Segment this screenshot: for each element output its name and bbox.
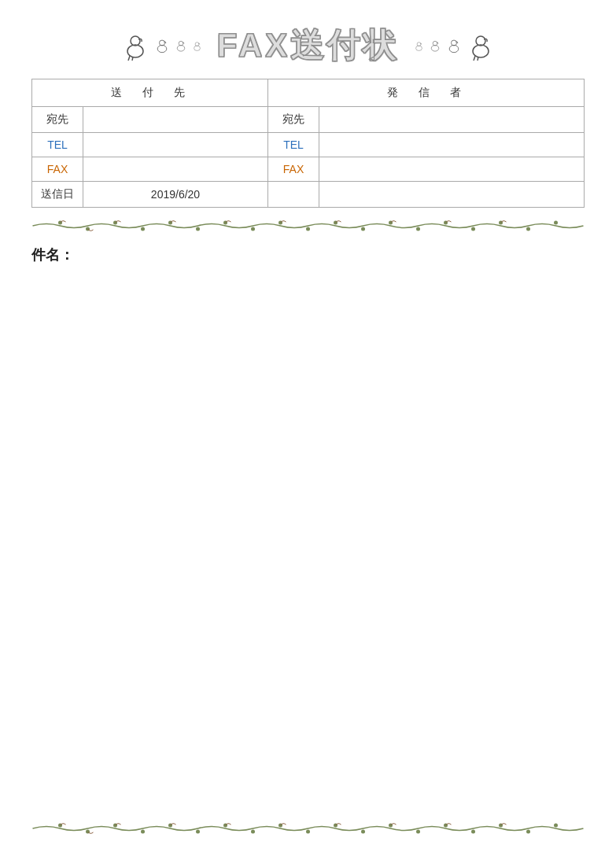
svg-point-44 [306, 830, 310, 834]
row4-label1: 送信日 [32, 182, 83, 208]
svg-point-15 [476, 36, 485, 46]
duck-small1-left-icon [153, 37, 171, 54]
table-row: 送信日 2019/6/20 [32, 182, 585, 208]
svg-point-2 [157, 45, 167, 52]
duck-small1-right-icon [428, 39, 442, 53]
row4-value1[interactable]: 2019/6/20 [83, 182, 268, 208]
row2-value2[interactable] [319, 133, 585, 157]
page: FAX送付状 [0, 0, 616, 867]
left-duck-group [120, 31, 203, 61]
row4-value2[interactable] [319, 182, 585, 208]
info-table: 送 付 先 発 信 者 宛先 宛先 TEL TEL FAX [31, 79, 585, 208]
svg-point-52 [526, 830, 530, 834]
duck-tiny-right-icon [413, 40, 425, 52]
duck-small2-left-icon [174, 39, 188, 53]
svg-point-33 [526, 227, 530, 231]
svg-point-12 [450, 45, 459, 52]
col1-header: 送 付 先 [32, 79, 268, 107]
content-area[interactable] [31, 280, 585, 595]
svg-point-42 [251, 830, 255, 834]
row1-label1: 宛先 [32, 107, 83, 133]
row2-value1[interactable] [83, 133, 268, 157]
row1-value1[interactable] [83, 107, 268, 133]
svg-point-9 [417, 42, 421, 46]
svg-point-14 [473, 45, 489, 57]
row3-value2[interactable] [319, 157, 585, 182]
row4-label2 [268, 182, 319, 208]
duck-big-left-icon [120, 31, 150, 61]
page-title: FAX送付状 [217, 24, 400, 68]
duck-small2-right-icon [445, 37, 463, 54]
svg-point-4 [177, 46, 184, 52]
svg-point-3 [159, 40, 164, 46]
table-row: TEL TEL [32, 133, 585, 157]
svg-point-0 [127, 45, 143, 57]
row1-label2: 宛先 [268, 107, 319, 133]
duck-big-right-icon [466, 31, 496, 61]
svg-point-46 [361, 830, 365, 834]
svg-point-38 [141, 830, 145, 834]
right-duck-group [413, 31, 496, 61]
row3-label1: FAX [32, 157, 83, 182]
duck-tiny-left-icon [191, 40, 203, 52]
svg-point-5 [179, 41, 183, 46]
svg-point-29 [416, 227, 420, 231]
col2-header: 発 信 者 [268, 79, 585, 107]
svg-point-53 [554, 824, 558, 828]
svg-point-10 [432, 46, 439, 52]
svg-point-23 [251, 227, 255, 231]
svg-point-25 [306, 227, 310, 231]
row1-value2[interactable] [319, 107, 585, 133]
svg-point-21 [196, 227, 200, 231]
vine-divider-top [31, 219, 585, 233]
svg-point-19 [141, 227, 145, 231]
table-row: FAX FAX [32, 157, 585, 182]
row3-label2: FAX [268, 157, 319, 182]
row3-value1[interactable] [83, 157, 268, 182]
svg-point-6 [194, 46, 200, 50]
row2-label2: TEL [268, 133, 319, 157]
header: FAX送付状 [31, 24, 585, 68]
svg-point-50 [471, 830, 475, 834]
table-row: 宛先 宛先 [32, 107, 585, 133]
subject-label: 件名： [31, 245, 74, 264]
svg-point-11 [433, 41, 438, 46]
svg-point-7 [195, 42, 199, 46]
svg-point-34 [554, 221, 558, 225]
svg-point-27 [361, 227, 365, 231]
svg-point-1 [131, 36, 140, 46]
svg-point-31 [471, 227, 475, 231]
svg-point-8 [416, 46, 422, 50]
vine-divider-bottom [31, 821, 585, 836]
subject-line: 件名： [31, 245, 585, 264]
svg-point-48 [416, 830, 420, 834]
svg-point-40 [196, 830, 200, 834]
svg-point-13 [452, 40, 457, 46]
row2-label1: TEL [32, 133, 83, 157]
